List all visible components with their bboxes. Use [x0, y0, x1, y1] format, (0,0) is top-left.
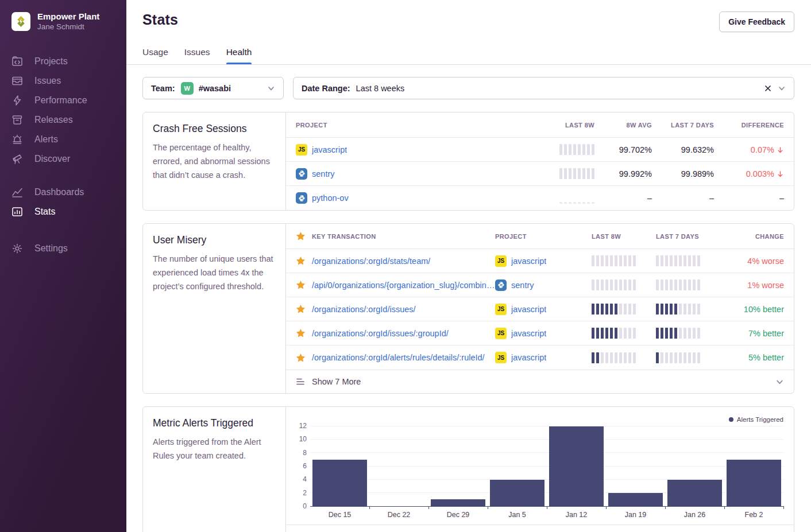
user-misery-panel: User Misery The number of unique users t… [142, 223, 794, 394]
chart-legend[interactable]: Alerts Triggered [294, 415, 783, 424]
chart-bar-jan-12[interactable] [547, 426, 606, 506]
transaction-link[interactable]: /api/0/organizations/{organization_slug}… [312, 281, 495, 290]
crash-free-row-python-ov: python-ov––– [286, 186, 794, 210]
sparkline [592, 328, 656, 339]
team-select[interactable]: Team: W #wasabi [142, 77, 284, 99]
page-header: Stats Give Feedback UsageIssuesHealth [126, 0, 811, 65]
sparkline [656, 352, 721, 363]
transaction-link[interactable]: /organizations/:orgId/issues/:groupId/ [312, 329, 449, 338]
sidebar: Empower Plant Jane Schmidt ProjectsIssue… [0, 0, 126, 532]
project-link[interactable]: sentry [312, 169, 335, 178]
javascript-icon: JS [495, 352, 507, 363]
panel-title: Crash Free Sessions [153, 123, 274, 135]
org-avatar [11, 12, 30, 31]
project-link[interactable]: sentry [511, 281, 534, 290]
chart-bar-jan-26[interactable] [665, 426, 724, 506]
projects-icon [11, 56, 23, 67]
performance-icon [11, 95, 23, 106]
main-area: Stats Give Feedback UsageIssuesHealth Te… [126, 0, 811, 532]
chevron-down-icon [267, 84, 275, 92]
transaction-link[interactable]: /organizations/:orgId/issues/ [312, 305, 416, 314]
chart-y-axis: 024681012 [294, 426, 310, 507]
project-link[interactable]: javascript [511, 329, 546, 338]
chart-bar-dec-15[interactable] [310, 426, 369, 506]
user-misery-row-3: /organizations/:orgId/issues/JSjavascrip… [286, 297, 794, 321]
stats-icon [11, 206, 23, 218]
col-last-8w: LAST 8W [592, 233, 656, 240]
transaction-link[interactable]: /organizations/:orgId/alerts/rules/detai… [312, 353, 485, 362]
sparkline [559, 168, 594, 179]
col-project: PROJECT [495, 233, 592, 240]
show-more-button[interactable]: Show 7 More [286, 370, 794, 393]
give-feedback-button[interactable]: Give Feedback [719, 11, 794, 32]
date-range-select[interactable]: Date Range: Last 8 weeks [293, 77, 794, 99]
star-icon [296, 353, 306, 363]
chart-bar-dec-22[interactable] [369, 426, 428, 506]
team-value: #wasabi [199, 84, 231, 93]
sparkline [559, 193, 594, 204]
alerts-icon [11, 134, 23, 145]
discover-icon [11, 153, 23, 165]
org-name: Empower Plant [37, 11, 99, 22]
sidebar-item-label: Dashboards [34, 187, 84, 197]
panel-subtitle: The percentage of healthy, errored, and … [153, 141, 274, 182]
difference-value: 0.003% [746, 169, 784, 178]
sidebar-item-releases[interactable]: Releases [11, 110, 126, 130]
clear-icon[interactable] [764, 84, 772, 92]
chart-bar-feb-2[interactable] [724, 426, 783, 506]
sparkline [592, 255, 656, 266]
tab-health[interactable]: Health [226, 47, 252, 64]
org-switcher[interactable]: Empower Plant Jane Schmidt [11, 11, 126, 32]
metric-alerts-chart-area: Alerts Triggered 024681012 Dec 15Dec 22D… [286, 407, 794, 532]
python-icon [296, 192, 307, 204]
date-range-value: Last 8 weeks [356, 84, 405, 93]
sidebar-item-performance[interactable]: Performance [11, 91, 126, 110]
chevron-down-icon[interactable] [775, 378, 784, 386]
sidebar-item-issues[interactable]: Issues [11, 71, 126, 91]
col-key-transaction: KEY TRANSACTION [312, 233, 376, 240]
metric-alerts-panel: Metric Alerts Triggered Alerts triggered… [142, 406, 794, 532]
difference-value: – [779, 193, 784, 203]
sparkline [656, 328, 721, 339]
sidebar-item-label: Releases [34, 115, 73, 125]
sidebar-item-projects[interactable]: Projects [11, 52, 126, 71]
team-avatar: W [181, 82, 194, 95]
tab-issues[interactable]: Issues [184, 47, 210, 64]
project-link[interactable]: javascript [511, 353, 546, 362]
legend-dot-icon [729, 417, 733, 422]
org-user: Jane Schmidt [37, 22, 99, 32]
sparkline [559, 144, 594, 155]
crash-free-table: PROJECT LAST 8W 8W AVG LAST 7 DAYS DIFFE… [286, 112, 794, 210]
sidebar-item-label: Issues [34, 76, 61, 86]
y-tick-label: 6 [303, 462, 307, 470]
chart-bar-jan-19[interactable] [606, 426, 665, 506]
tab-usage[interactable]: Usage [142, 47, 168, 64]
change-value: 1% worse [721, 281, 784, 290]
x-tick-label: Jan 5 [488, 511, 547, 519]
project-link[interactable]: javascript [511, 257, 546, 266]
sidebar-item-settings[interactable]: Settings [11, 239, 126, 258]
change-value: 7% better [721, 329, 784, 338]
empower-plant-logo [15, 15, 27, 28]
crash-free-row-sentry: sentry99.992%99.989%0.003% [286, 162, 794, 186]
chart-x-axis: Dec 15Dec 22Dec 29Jan 5Jan 12Jan 19Jan 2… [310, 507, 783, 525]
sidebar-item-label: Performance [34, 95, 87, 106]
project-link[interactable]: javascript [312, 145, 347, 154]
sidebar-item-alerts[interactable]: Alerts [11, 130, 126, 149]
sidebar-item-discover[interactable]: Discover [11, 149, 126, 169]
python-icon [296, 168, 307, 180]
x-tick-label: Jan 12 [547, 511, 606, 519]
transaction-link[interactable]: /organizations/:orgId/stats/team/ [312, 257, 430, 266]
col-difference: DIFFERENCE [714, 122, 784, 129]
sidebar-item-dashboards[interactable]: Dashboards [11, 182, 126, 202]
sidebar-item-label: Settings [34, 243, 68, 254]
project-link[interactable]: python-ov [312, 193, 349, 203]
sidebar-item-stats[interactable]: Stats [11, 202, 126, 222]
user-misery-description: User Misery The number of unique users t… [143, 224, 286, 393]
chart-bar-jan-5[interactable] [488, 426, 547, 506]
chart-bar-dec-29[interactable] [428, 426, 488, 506]
team-label: Team: [151, 84, 175, 93]
y-tick-label: 2 [303, 489, 307, 497]
col-last-8w: LAST 8W [531, 122, 594, 129]
project-link[interactable]: javascript [511, 305, 546, 314]
